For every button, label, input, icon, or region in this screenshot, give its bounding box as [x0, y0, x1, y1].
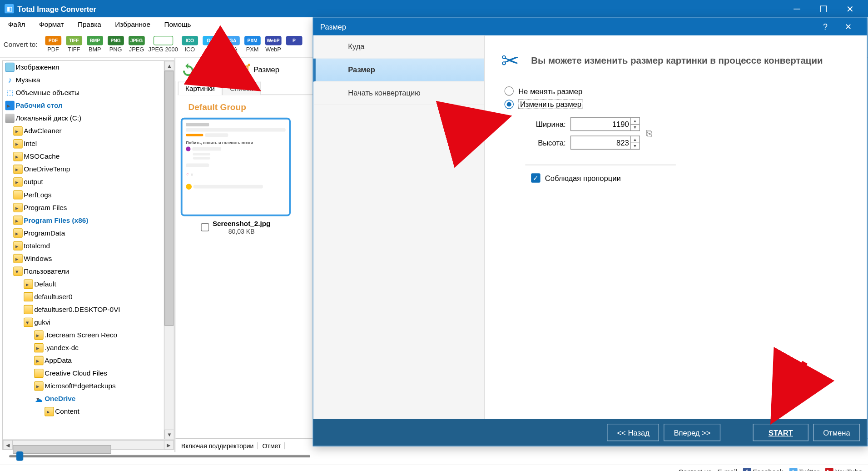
folder-tree[interactable]: ▸Изображения♪Музыка⬚Объемные объекты▸Раб…: [3, 61, 174, 418]
window-minimize-button[interactable]: ─: [784, 0, 810, 17]
rotate-button[interactable]: Поворот: [178, 61, 230, 78]
radio-keep-size[interactable]: Не менять размер: [505, 86, 856, 95]
tree-node[interactable]: ▸ProgramData: [3, 227, 174, 240]
thumbnail-checkbox[interactable]: [201, 223, 209, 231]
spin-up[interactable]: ▲: [630, 118, 639, 125]
format-jpeg[interactable]: JPEGJPEG: [127, 36, 146, 53]
menu-формат[interactable]: Формат: [33, 19, 69, 30]
folder-icon: [13, 165, 22, 174]
resize-label: Размер: [253, 65, 279, 74]
resize-button[interactable]: Размер: [234, 61, 283, 78]
tree-node[interactable]: ▸Default: [3, 278, 174, 291]
tree-node[interactable]: ▸AdwCleaner: [3, 125, 174, 137]
zoom-slider[interactable]: [0, 452, 868, 464]
radio-change-size[interactable]: Изменить размер: [505, 99, 856, 109]
dialog-nav-item[interactable]: Размер: [313, 59, 484, 82]
statusbar: Contact us E-mail fFacebook tTwitter ▶Yo…: [0, 464, 868, 471]
keep-aspect-checkbox[interactable]: ✓ Соблюдая пропорции: [531, 173, 855, 182]
tree-node[interactable]: Creative Cloud Files: [3, 367, 174, 380]
back-button[interactable]: << Назад: [607, 424, 660, 441]
tree-node[interactable]: ▸.yandex-dc: [3, 341, 174, 354]
tree-node[interactable]: ▾Локальный диск (C:): [3, 112, 174, 125]
height-input[interactable]: 823 ▲▼: [570, 135, 640, 150]
folder-icon: [24, 280, 33, 289]
tree-node[interactable]: ▸AppData: [3, 354, 174, 367]
tree-node[interactable]: ▸Изображения: [3, 61, 174, 74]
tree-node[interactable]: ♪Музыка: [3, 74, 174, 86]
rotate-label: Поворот: [198, 65, 227, 74]
menu-файл[interactable]: Файл: [2, 19, 31, 30]
format-webp[interactable]: WebPWebP: [263, 36, 283, 53]
start-button[interactable]: START: [753, 424, 808, 441]
spin-down[interactable]: ▼: [630, 124, 639, 130]
rotate-icon: [181, 63, 195, 77]
thumbnail-filesize: 80,03 KB: [228, 228, 255, 235]
tree-node[interactable]: ⬚Объемные объекты: [3, 86, 174, 99]
tree-node[interactable]: ▸OneDriveTemp: [3, 163, 174, 175]
format-tga[interactable]: TGATGA: [222, 36, 241, 53]
tree-node[interactable]: ▾Пользователи: [3, 265, 174, 278]
format-pdf[interactable]: PDFPDF: [43, 36, 63, 53]
tree-node[interactable]: ▸Program Files (x86): [3, 214, 174, 226]
width-input[interactable]: 1190 ▲▼: [570, 117, 640, 131]
menu-избранное[interactable]: Избранное: [109, 19, 156, 30]
tree-node[interactable]: defaultuser0: [3, 291, 174, 303]
tree-node[interactable]: ▸MSOCache: [3, 150, 174, 163]
footer-mark[interactable]: Отмет: [259, 442, 285, 449]
tree-node[interactable]: ▸Windows: [3, 252, 174, 265]
dialog-nav-item[interactable]: Начать конвертацию: [313, 82, 484, 105]
tab-list[interactable]: Список: [222, 82, 260, 95]
format-gif[interactable]: GIFGIF: [201, 36, 220, 53]
svg-rect-3: [238, 73, 241, 75]
format-p[interactable]: P: [284, 36, 304, 53]
svg-rect-1: [238, 64, 241, 66]
spin-down[interactable]: ▼: [630, 143, 639, 149]
twitter-link[interactable]: tTwitter: [789, 467, 819, 471]
next-button[interactable]: Вперед >>: [664, 424, 720, 441]
menu-помощь[interactable]: Помощь: [159, 19, 197, 30]
spin-up[interactable]: ▲: [630, 136, 639, 143]
tree-node[interactable]: ▸Content: [3, 405, 174, 418]
facebook-link[interactable]: fFacebook: [743, 467, 784, 471]
folder-icon: [24, 318, 33, 327]
footer-include-subdirs[interactable]: Включая поддиректории: [178, 442, 258, 449]
format-pxm[interactable]: PXMPXM: [243, 36, 262, 53]
tree-node[interactable]: ▾gukvi: [3, 316, 174, 329]
dialog-content: ✂ Вы можете изменить размер картинки в п…: [485, 35, 867, 419]
folder-icon: [34, 381, 43, 391]
format-jpeg2000[interactable]: JP2KJPEG 2000: [148, 36, 179, 53]
tree-node-label: Изображения: [15, 63, 59, 71]
tree-node[interactable]: defaultuser0.DESKTOP-0VI: [3, 303, 174, 316]
format-ico[interactable]: ICOICO: [180, 36, 199, 53]
email-link[interactable]: E-mail: [717, 467, 737, 471]
format-tiff[interactable]: TIFFTIFF: [64, 36, 84, 53]
link-aspect-icon[interactable]: ⎘: [642, 122, 656, 145]
tree-horizontal-scrollbar[interactable]: ◀ ▶: [2, 440, 174, 450]
app-title: Total Image Converter: [17, 5, 784, 13]
radio-change-label: Изменить размер: [518, 99, 583, 109]
tree-node[interactable]: ▸totalcmd: [3, 240, 174, 252]
format-bmp[interactable]: BMPBMP: [85, 36, 104, 53]
contact-us-link[interactable]: Contact us: [679, 467, 712, 471]
tree-node[interactable]: ▸output: [3, 175, 174, 188]
tree-node[interactable]: ▾☁OneDrive: [3, 392, 174, 405]
dialog-nav-item[interactable]: Куда: [313, 35, 484, 59]
window-maximize-button[interactable]: ☐: [810, 0, 837, 17]
tree-node[interactable]: ▸Program Files: [3, 201, 174, 214]
tree-node[interactable]: ▸.Icecream Screen Reco: [3, 329, 174, 341]
tree-node[interactable]: ▸Intel: [3, 137, 174, 150]
cancel-button[interactable]: Отмена: [813, 424, 860, 441]
tree-vertical-scrollbar[interactable]: ▲ ▼: [164, 61, 174, 440]
youtube-link[interactable]: ▶YouTube: [825, 467, 863, 471]
dialog-help-button[interactable]: ?: [813, 22, 837, 31]
window-close-button[interactable]: ✕: [837, 0, 863, 17]
tree-node[interactable]: ▸Рабочий стол: [3, 99, 174, 112]
tab-pictures[interactable]: Картинки: [178, 82, 222, 95]
format-png[interactable]: PNGPNG: [106, 36, 125, 53]
tree-node-label: .yandex-dc: [45, 344, 79, 352]
tree-node[interactable]: PerfLogs: [3, 188, 174, 201]
menu-правка[interactable]: Правка: [72, 19, 107, 30]
tree-node[interactable]: ▸MicrosoftEdgeBackups: [3, 380, 174, 392]
dialog-close-button[interactable]: ✕: [837, 22, 860, 31]
thumbnail-item[interactable]: Побить, волить и голенить мозги ♡☆ Scree…: [178, 118, 293, 235]
